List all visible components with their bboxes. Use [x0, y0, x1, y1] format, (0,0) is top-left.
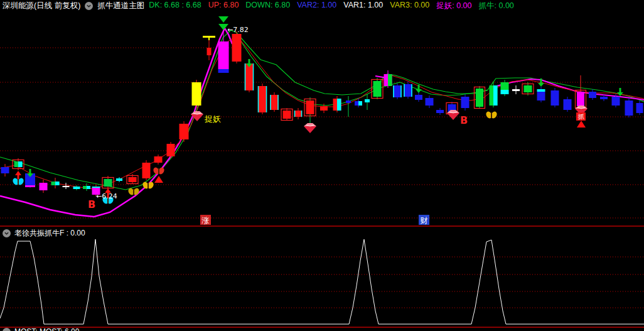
candle-body — [589, 92, 596, 98]
candle-body — [564, 99, 572, 110]
gem-icon — [304, 126, 316, 133]
candle-body — [636, 103, 643, 113]
candle-body — [612, 97, 620, 106]
candle-body — [271, 95, 279, 110]
candle-body — [207, 48, 212, 55]
candle-body — [116, 178, 122, 181]
trading-app-window: ←7.82←6.24捉妖BB抓涨财 深圳能源(日线 前复权) 抓牛通道主图 DK… — [0, 0, 644, 331]
candle-body — [306, 100, 314, 114]
candle-body — [394, 85, 402, 97]
header-stat: VAR3: 0.00 — [390, 1, 429, 11]
candle-body — [245, 63, 254, 90]
sub-indicator-line — [0, 239, 644, 324]
candle-half — [493, 85, 498, 106]
stock-chart-canvas[interactable]: ←7.82←6.24捉妖BB抓涨财 — [0, 0, 644, 331]
candle-half — [87, 186, 90, 189]
chart-annotation: ←6.24 — [96, 192, 117, 200]
bottom-chevron-icon[interactable] — [3, 328, 11, 331]
butterfly-icon — [18, 179, 19, 185]
candle-body — [551, 90, 559, 106]
badge-text: 涨 — [201, 216, 210, 225]
candle-body — [104, 179, 112, 187]
chart-annotation: B — [460, 114, 468, 126]
candle-body — [501, 82, 509, 90]
candle-body — [218, 41, 229, 69]
arrow-down-icon — [418, 85, 420, 89]
header-stat: VAR1: 1.00 — [343, 1, 383, 11]
header-stat: DOWN: 6.80 — [245, 1, 290, 11]
arrow-down-icon — [538, 83, 544, 87]
header-stat: UP: 6.80 — [208, 1, 239, 11]
sub-indicator-label: 老徐共振抓牛F : 0.00 — [14, 228, 85, 239]
candle-body — [167, 144, 175, 156]
badge-text: 财 — [421, 216, 428, 225]
candle-body — [258, 86, 267, 112]
candle-body — [218, 69, 229, 73]
candle-body — [426, 98, 434, 106]
candle-body — [1, 167, 9, 173]
chevron-glyph — [4, 231, 9, 236]
chevron-down-icon[interactable] — [85, 2, 93, 10]
candle-body — [346, 100, 351, 103]
butterfly-icon — [491, 112, 492, 118]
header-stat: 捉妖: 0.00 — [436, 1, 471, 11]
candle-body — [63, 186, 70, 187]
candle-body — [73, 187, 80, 189]
header-bar: 深圳能源(日线 前复权) 抓牛通道主图 DK: 6.68 : 6.68UP: 6… — [0, 0, 644, 11]
candle-body — [512, 89, 520, 91]
candle-body — [600, 97, 608, 99]
candle-body — [180, 124, 189, 139]
chevron-glyph — [86, 3, 92, 9]
arrow-up-icon — [15, 171, 21, 175]
candle-body — [461, 97, 470, 108]
header-stat: 抓牛: 0.00 — [479, 1, 514, 11]
candle-half — [388, 74, 392, 86]
lower-channel-magenta — [0, 28, 232, 217]
candle-body — [537, 89, 545, 92]
candle-body — [142, 163, 151, 178]
chart-annotation: B — [88, 198, 95, 210]
arrow-down-icon — [620, 88, 621, 92]
candle-body — [415, 95, 422, 100]
stock-title: 深圳能源(日线 前复权) — [3, 1, 80, 11]
indicator-values: DK: 6.68 : 6.68UP: 6.80DOWN: 6.80VAR2: 1… — [149, 1, 521, 11]
butterfly-icon — [158, 168, 159, 174]
arrow-down-icon — [540, 79, 542, 83]
candle-body — [232, 34, 242, 62]
candle-half — [18, 161, 23, 167]
candle-body — [476, 89, 483, 107]
chart-annotation: 捉妖 — [204, 114, 221, 124]
gem-icon — [304, 123, 316, 126]
butterfly-icon — [133, 189, 134, 195]
candle-body — [625, 100, 633, 116]
candle-body — [373, 81, 382, 97]
candle-body — [154, 156, 163, 163]
candle-body — [577, 92, 584, 106]
candle-body — [129, 177, 137, 182]
arrow-down-icon — [416, 89, 422, 93]
candle-half — [337, 99, 341, 111]
badge-text: 抓 — [578, 113, 585, 120]
triangle-up-icon — [577, 121, 586, 128]
dash-icon — [208, 38, 210, 40]
bottom-panel-label-row: MOST: MOST: 6.00 — [3, 327, 79, 331]
sub-panel-label-row: 老徐共振抓牛F : 0.00 — [3, 228, 85, 239]
candle-body — [404, 84, 412, 97]
candle-body — [501, 90, 509, 94]
candle-body — [365, 99, 370, 102]
red-ma — [0, 36, 644, 189]
candle-body — [283, 111, 291, 119]
bottom-indicator-label: MOST: MOST: 6.00 — [14, 327, 79, 331]
subpanel-chevron-down-icon[interactable] — [3, 229, 11, 237]
chart-annotation: ←7.82 — [227, 26, 249, 34]
header-stat: DK: 6.68 : 6.68 — [149, 1, 201, 11]
header-stat: VAR2: 1.00 — [297, 1, 336, 11]
gem-icon — [191, 111, 203, 114]
candle-body — [192, 82, 201, 106]
candle-body — [436, 110, 444, 113]
candle-body — [92, 187, 100, 188]
candle-half — [358, 101, 362, 106]
butterfly-icon — [148, 183, 149, 188]
candle-body — [524, 85, 532, 92]
candle-body — [320, 106, 328, 111]
